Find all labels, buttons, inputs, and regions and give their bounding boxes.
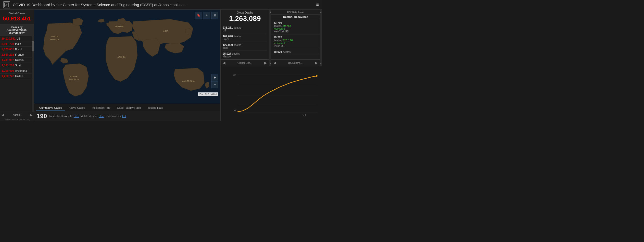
deaths-scroll-indicator: ▲ ▼: [269, 10, 271, 66]
sidebar-next-arrow[interactable]: ▶: [30, 113, 32, 117]
main-content: Global Cases 50,913,451 Cases by Country…: [0, 10, 322, 121]
map-toolbar: 🔖 ≡ ⊞: [195, 12, 218, 19]
svg-text:AMERICA: AMERICA: [49, 39, 59, 41]
us-death-count: 238,251: [223, 26, 233, 29]
right-panels: Global Deaths 1,263,089 238,251 deaths U…: [220, 10, 322, 121]
deaths-navigation: ◀ Global Dea... ▶: [221, 59, 269, 66]
tab-cumulative-cases[interactable]: Cumulative Cases: [36, 105, 65, 111]
newyork-recovered: 80,764: [283, 24, 291, 27]
list-item[interactable]: 1,250,499Argentina: [0, 68, 34, 74]
us-navigation: ◀ US Deaths,... ▶: [271, 59, 320, 66]
scrollbar-thumb[interactable]: [32, 41, 34, 51]
svg-text:7月: 7月: [303, 114, 307, 117]
deaths-list: 238,251 deaths US 162,628 deaths Brazil …: [221, 25, 269, 59]
us-item-newyork: 33,705 deaths, 80,764 recovered New York…: [271, 20, 320, 34]
list-item[interactable]: 8,591,730India: [0, 41, 34, 47]
india-death-region: India: [223, 46, 267, 49]
list-item[interactable]: 10,110,552US: [0, 36, 34, 41]
texas-region: Texas US: [273, 45, 318, 47]
last-updated-label: Last Updated at (M/D/YYYY): [0, 118, 34, 121]
bookmark-icon[interactable]: 🔖: [195, 12, 202, 19]
map-zoom-controls: + −: [211, 74, 218, 88]
global-cases-number: 50,913,451: [0, 15, 34, 24]
svg-text:AUSTRALIA: AUSTRALIA: [182, 80, 195, 82]
cases-by-region-label: Cases by Country/Region /Sovereignty: [0, 24, 34, 36]
us-scroll-down-arrow[interactable]: ▼: [320, 62, 322, 65]
list-view-icon[interactable]: ≡: [203, 12, 210, 19]
us-state-panel: US State Level Deaths, Recovered 33,705 …: [271, 10, 320, 66]
deaths-nav-label: Global Dea...: [237, 62, 252, 64]
svg-text:JH: JH: [5, 4, 8, 6]
zoom-in-button[interactable]: +: [211, 74, 218, 81]
deaths-prev-arrow[interactable]: ◀: [223, 61, 225, 65]
sidebar: Global Cases 50,913,451 Cases by Country…: [0, 10, 34, 121]
global-cases-label: Global Cases: [0, 10, 34, 15]
tab-testing-rate[interactable]: Testing Rate: [144, 105, 166, 111]
country-list: 10,110,552US8,591,730India5,675,032Brazi…: [0, 36, 34, 112]
other-death-count: 18,021: [273, 50, 282, 53]
sidebar-navigation: ◀ Admin0 ▶: [0, 112, 34, 118]
deaths-item-brazil: 162,628 deaths Brazil: [223, 33, 267, 42]
global-deaths-column: Global Deaths 1,263,089 238,251 deaths U…: [221, 10, 269, 66]
us-next-arrow[interactable]: ▶: [315, 61, 318, 65]
us-death-region: US: [223, 29, 267, 32]
tab-active-cases[interactable]: Active Cases: [66, 105, 88, 111]
us-deaths-list: 33,705 deaths, 80,764 recovered New York…: [271, 20, 320, 59]
texas-recovered: 820,156: [283, 39, 293, 42]
list-item[interactable]: 1,781,997Russia: [0, 57, 34, 63]
bottom-text: Lancet Inf Dis Article: Here. Mobile Ver…: [49, 115, 126, 118]
admin-level-label: Admin0: [13, 114, 21, 116]
scrollbar[interactable]: [32, 36, 34, 112]
svg-text:1M: 1M: [233, 74, 236, 76]
jhu-logo: JH: [3, 1, 10, 8]
svg-text:AFRICA: AFRICA: [118, 56, 126, 58]
app-title: COVID-19 Dashboard by the Center for Sys…: [13, 3, 316, 7]
deaths-item-india: 127,059 deaths India: [223, 42, 267, 51]
deaths-next-arrow[interactable]: ▶: [264, 61, 267, 65]
map-tabs: Cumulative Cases Active Cases Incidence …: [34, 104, 220, 111]
deaths-panel: Global Deaths 1,263,089 238,251 deaths U…: [221, 10, 322, 66]
us-item-texas: 19,223 deaths, 820,156 recovered Texas U…: [271, 34, 320, 49]
deaths-chart: 1M 1k 7月: [230, 69, 319, 117]
global-deaths-number: 1,263,089: [221, 15, 269, 25]
us-prev-arrow[interactable]: ◀: [273, 61, 276, 65]
newyork-death-count: 33,705: [273, 21, 282, 24]
app-header: JH COVID-19 Dashboard by the Center for …: [0, 0, 322, 10]
mexico-death-count: 95,027: [223, 52, 231, 55]
list-item[interactable]: 1,856,292France: [0, 52, 34, 57]
newyork-region: New York US: [273, 30, 318, 33]
brazil-death-region: Brazil: [223, 38, 267, 41]
svg-point-20: [316, 75, 318, 77]
global-deaths-header: Global Deaths: [221, 10, 269, 15]
list-item[interactable]: 1,381,218Spain: [0, 63, 34, 68]
svg-text:1k: 1k: [234, 110, 236, 112]
lancet-article-link[interactable]: Here: [74, 115, 79, 118]
list-item[interactable]: 5,675,032Brazil: [0, 47, 34, 52]
us-panel-subheader: Deaths, Recovered: [271, 15, 320, 20]
world-map: NORTH AMERICA EUROPE ASIA AFRICA SOUTH A…: [34, 10, 220, 104]
zoom-out-button[interactable]: −: [211, 81, 218, 88]
us-panel-header: US State Level: [271, 10, 320, 15]
mobile-version-link[interactable]: Here: [99, 115, 104, 118]
map-area: NORTH AMERICA EUROPE ASIA AFRICA SOUTH A…: [34, 10, 220, 121]
map-container[interactable]: NORTH AMERICA EUROPE ASIA AFRICA SOUTH A…: [34, 10, 220, 104]
tab-case-fatality-ratio[interactable]: Case-Fatality Ratio: [114, 105, 144, 111]
svg-text:NORTH: NORTH: [51, 36, 58, 38]
us-item-other: 18,021 deaths,: [271, 49, 320, 55]
map-attribution: Esri, FAO, NOAA: [198, 92, 218, 96]
svg-text:EUROPE: EUROPE: [115, 26, 124, 28]
deaths-item-us: 238,251 deaths US: [223, 25, 267, 33]
us-scroll-up-arrow[interactable]: ▲: [320, 11, 322, 14]
svg-text:AMERICA: AMERICA: [69, 78, 79, 80]
data-sources-link[interactable]: Full: [122, 115, 126, 118]
hamburger-menu-icon[interactable]: ≡: [316, 2, 319, 7]
map-bottom-bar: 190 Lancet Inf Dis Article: Here. Mobile…: [34, 111, 220, 121]
chart-panel: 1M 1k 7月: [221, 66, 322, 121]
deaths-item-mexico: 95,027 deaths Mexico: [223, 51, 267, 59]
tab-incidence-rate[interactable]: Incidence Rate: [89, 105, 113, 111]
list-item[interactable]: 1,216,747United: [0, 74, 34, 79]
grid-view-icon[interactable]: ⊞: [211, 12, 218, 19]
us-nav-label: US Deaths,...: [288, 62, 303, 64]
sidebar-prev-arrow[interactable]: ◀: [2, 113, 4, 117]
svg-text:ASIA: ASIA: [163, 30, 169, 32]
